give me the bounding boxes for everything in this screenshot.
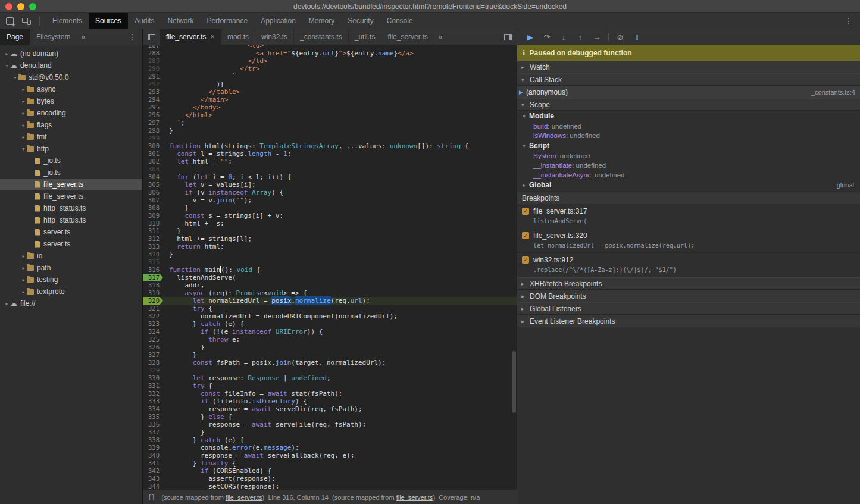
main-tab-performance[interactable]: Performance [200,13,254,29]
tree-item--no-domain-[interactable]: ▸☁(no domain) [0,48,142,60]
line-number[interactable]: 303 [143,165,163,173]
tree-item-deno.land[interactable]: ▾☁deno.land [0,60,142,71]
editor-tab-_constants.ts[interactable]: _constants.ts [294,29,349,45]
step-out-icon[interactable]: ↑ [572,29,589,45]
line-number[interactable]: 307 [143,196,163,204]
main-tab-memory[interactable]: Memory [302,13,341,29]
tree-item-std@v0.50.0[interactable]: ▾std@v0.50.0 [0,71,142,83]
line-number[interactable]: 308 [143,204,163,212]
line-number[interactable]: 313 [143,243,163,251]
scope-group-global[interactable]: ▸Globalglobal [517,180,860,190]
tree-item-async[interactable]: ▸async [0,83,142,95]
editor-tab-win32.ts[interactable]: win32.ts [255,29,294,45]
tree-item-io[interactable]: ▸io [0,250,142,262]
sidebar-menu-icon[interactable]: ⋮ [122,29,142,45]
main-tab-network[interactable]: Network [161,13,200,29]
line-number[interactable]: 327 [143,351,163,359]
breakpoint-checkbox[interactable]: ✓ [522,208,529,215]
line-number[interactable]: 340 [143,452,163,459]
line-number[interactable]: 298 [143,127,163,134]
editor-scrollbar[interactable] [511,45,517,490]
line-number[interactable]: 335 [143,413,163,421]
device-toolbar-icon[interactable] [22,17,31,25]
section-event-listener-breakpoints[interactable]: ▸Event Listener Breakpoints [517,315,860,327]
line-number[interactable]: 310 [143,220,163,227]
breakpoint-checkbox[interactable]: ✓ [522,232,529,239]
tree-item-file_server.ts[interactable]: file_server.ts [0,179,142,190]
editor-tab-_util.ts[interactable]: _util.ts [349,29,382,45]
line-number[interactable]: 332 [143,390,163,397]
main-tab-security[interactable]: Security [341,13,380,29]
line-number[interactable]: 325 [143,336,163,343]
line-number[interactable]: 295 [143,104,163,111]
status-link[interactable]: file_server.ts [396,494,433,501]
line-number[interactable]: 289 [143,57,163,65]
line-number[interactable]: 330 [143,374,163,382]
tree-item-http_status.ts[interactable]: http_status.ts [0,214,142,226]
editor-tab-mod.ts[interactable]: mod.ts [221,29,255,45]
line-number[interactable]: 339 [143,444,163,452]
line-number[interactable]: 304 [143,173,163,181]
main-tab-elements[interactable]: Elements [46,13,89,29]
tree-item-_io.ts[interactable]: _io.ts [0,155,142,167]
main-tab-application[interactable]: Application [254,13,302,29]
section-call-stack[interactable]: ▾ Call Stack [517,73,860,86]
line-number[interactable]: 321 [143,305,163,312]
step-over-icon[interactable]: ↷ [539,29,555,45]
tree-item-flags[interactable]: ▸flags [0,119,142,131]
pretty-print-icon[interactable]: {} [143,493,161,501]
zoom-window-button[interactable] [29,3,36,10]
line-number[interactable]: 309 [143,212,163,220]
line-number[interactable]: 328 [143,359,163,367]
tree-item-file-[interactable]: ▸☁file:// [0,298,142,309]
line-number[interactable]: 301 [143,150,163,158]
tree-item-bytes[interactable]: ▸bytes [0,95,142,107]
editor-tab-file_server.ts[interactable]: file_server.ts× [160,29,221,45]
line-number[interactable]: 331 [143,382,163,390]
line-number[interactable]: 297 [143,119,163,127]
breakpoint-entry[interactable]: ✓win32.ts:912.replace(/^\/*([A-Za-z]:)(\… [517,253,860,277]
code-editor[interactable]: 287 <td>288 <a href="${entry.url}">${ent… [143,45,517,490]
tree-item-fmt[interactable]: ▸fmt [0,131,142,143]
frame-location[interactable]: _constants.ts:4 [811,89,855,96]
main-menu-icon[interactable]: ⋮ [837,13,860,29]
line-number[interactable]: 318 [143,281,163,289]
close-icon[interactable]: × [210,34,215,40]
scope-variable[interactable]: isWindows: undefined [517,131,860,140]
tree-item-file_server.ts[interactable]: file_server.ts [0,190,142,202]
tree-item-encoding[interactable]: ▸encoding [0,107,142,119]
tree-item-_io.ts[interactable]: _io.ts [0,167,142,179]
line-number[interactable]: 322 [143,312,163,320]
line-number[interactable]: 305 [143,181,163,189]
line-number[interactable]: 292 [143,80,163,88]
line-number[interactable]: 314 [143,251,163,258]
section-xhr-fetch-breakpoints[interactable]: ▸XHR/fetch Breakpoints [517,277,860,290]
call-stack-frame[interactable]: ▶(anonymous)_constants.ts:4 [517,86,860,98]
line-number[interactable]: 337 [143,428,163,436]
sidebar-tab-page[interactable]: Page [0,29,30,45]
line-number[interactable]: 291 [143,73,163,80]
tree-item-textproto[interactable]: ▸textproto [0,286,142,298]
main-tab-sources[interactable]: Sources [89,13,128,29]
editor-tab-file_server.ts[interactable]: file_server.ts [381,29,434,45]
line-number[interactable]: 320 [143,297,163,305]
step-into-icon[interactable]: ↓ [555,29,572,45]
line-number[interactable]: 316 [143,266,163,274]
sidebar-tab-overflow-icon[interactable]: » [77,29,89,45]
line-number[interactable]: 334 [143,405,163,413]
line-number[interactable]: 342 [143,467,163,475]
line-number[interactable]: 287 [143,45,163,49]
line-number[interactable]: 302 [143,158,163,165]
tree-item-server.ts[interactable]: server.ts [0,238,142,250]
section-breakpoints[interactable]: Breakpoints [517,192,860,204]
tree-item-http[interactable]: ▾http [0,143,142,155]
minimize-window-button[interactable] [17,3,24,10]
section-dom-breakpoints[interactable]: ▸DOM Breakpoints [517,290,860,302]
section-scope[interactable]: ▾ Scope [517,98,860,111]
toggle-navigator-icon[interactable] [148,34,155,40]
pause-on-exceptions-icon[interactable]: ‖ [628,29,645,45]
resume-icon[interactable]: ▶ [522,29,539,45]
line-number[interactable]: 319 [143,289,163,297]
section-watch[interactable]: ▸ Watch [517,61,860,73]
breakpoint-entry[interactable]: ✓file_server.ts:317listenAndServe( [517,204,860,228]
